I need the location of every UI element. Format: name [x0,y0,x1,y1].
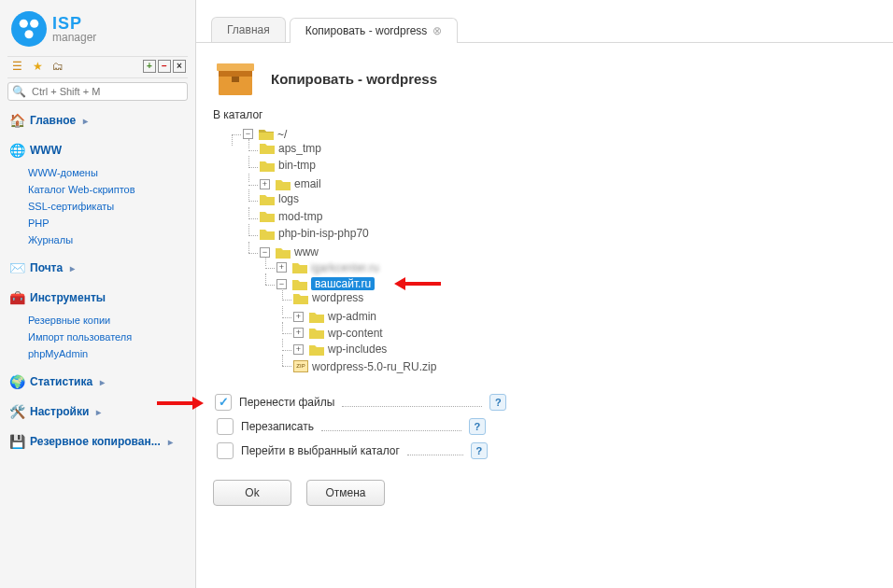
nav-main[interactable]: 🏠 Главное ▸ [7,110,188,131]
ok-button[interactable]: Ok [213,480,291,506]
label-move: Перенести файлы [239,396,334,409]
folder-icon [260,193,275,205]
tree-yoursite[interactable]: −вашсайт.ru [276,277,375,290]
tools-icon: 🧰 [9,290,24,305]
folder-icon [292,261,307,273]
tree-aps-tmp[interactable]: aps_tmp [260,142,321,155]
checkbox-overwrite[interactable] [217,418,234,435]
tree-root[interactable]: − ~/ [243,128,287,141]
svg-point-2 [24,30,33,38]
nav-mail[interactable]: ✉️ Почта ▸ [7,258,188,278]
help-icon[interactable]: ? [489,394,506,411]
expand-icon[interactable]: + [276,262,287,273]
sidebar-toolbar: ☰ ★ 🗂 + − × [7,56,188,78]
collapse-icon[interactable]: − [276,279,287,289]
search-input-wrap[interactable]: 🔍 [7,82,188,101]
collapse-icon[interactable]: − [243,129,253,139]
brand: ISP manager [7,6,188,56]
nav-stats[interactable]: 🌍 Статистика ▸ [7,371,188,392]
nav-www[interactable]: 🌐 WWW [7,140,188,161]
nav-tools-pma[interactable]: phpMyAdmin [28,345,188,362]
expand-icon[interactable]: + [293,328,304,338]
toolbar-list-icon[interactable]: ☰ [9,59,24,74]
brand-title: ISP [52,15,96,32]
toolbar-star-icon[interactable]: ★ [30,59,45,74]
checkbox-go[interactable] [217,442,234,459]
tree-www[interactable]: −www [260,245,319,259]
panel-title: Копировать - wordpress [271,71,437,87]
search-icon: 🔍 [12,85,26,98]
search-input[interactable] [30,85,183,98]
tree-site-blurred[interactable]: +igarkcenter.ru [276,261,379,274]
toolbar-expand-icon[interactable]: + [143,60,156,73]
tree-bin-tmp[interactable]: bin-tmp [260,159,316,172]
checkbox-move[interactable]: ✓ [215,394,232,411]
folder-icon [259,128,274,140]
folder-icon [293,292,308,304]
chevron-right-icon: ▸ [96,407,101,417]
folder-icon [260,210,275,222]
label-go: Перейти в выбранный каталог [241,444,400,457]
folder-icon [292,278,307,290]
cancel-button[interactable]: Отмена [306,480,385,506]
nav-backup[interactable]: 💾 Резервное копирован... ▸ [7,431,188,452]
expand-icon[interactable]: + [293,344,304,355]
tab-close-icon[interactable]: ⊗ [432,24,442,37]
folder-tree[interactable]: − ~/ aps_tmp bin-tmp +email logs mod-tmp… [226,125,876,377]
help-icon[interactable]: ? [471,442,488,459]
nav-www-domains[interactable]: WWW-домены [28,164,188,181]
annotation-arrow-icon [394,277,441,288]
tab-main[interactable]: Главная [211,17,286,42]
nav-www-ssl[interactable]: SSL-сертификаты [28,198,188,215]
settings-icon: 🛠️ [9,404,24,419]
collapse-icon[interactable]: − [260,247,270,258]
tree-email[interactable]: +email [260,177,321,190]
nav-www-logs[interactable]: Журналы [28,231,188,248]
folder-icon [260,160,275,172]
svg-rect-7 [217,63,254,71]
home-icon: 🏠 [9,113,24,128]
expand-icon[interactable]: + [260,179,270,189]
tree-wp-admin[interactable]: +wp-admin [293,310,376,323]
nav-tools[interactable]: 🧰 Инструменты [7,287,188,308]
tree-wp-includes[interactable]: +wp-includes [293,343,387,356]
toolbar-collapse-icon[interactable]: − [158,60,171,73]
folder-icon [309,311,324,323]
brand-logo-icon [11,11,47,47]
chevron-right-icon: ▸ [168,437,173,447]
brand-subtitle: manager [52,32,96,43]
backup-icon: 💾 [9,434,24,449]
help-icon[interactable]: ? [469,418,486,435]
chevron-right-icon: ▸ [83,116,88,126]
tree-wp-content[interactable]: +wp-content [293,327,383,340]
chevron-right-icon: ▸ [100,377,105,387]
annotation-arrow-icon [157,397,204,408]
folder-icon [309,327,324,339]
stats-icon: 🌍 [9,374,24,389]
tree-wordpress[interactable]: wordpress [293,291,363,304]
chevron-right-icon: ▸ [70,263,75,273]
tree-wp-zip[interactable]: ZIPwordpress-5.0-ru_RU.zip [293,360,436,373]
nav-www-scripts[interactable]: Каталог Web-скриптов [28,181,188,198]
globe-icon: 🌐 [9,143,24,158]
mail-icon: ✉️ [9,260,24,275]
folder-icon [260,142,275,154]
archive-box-icon [213,56,258,101]
tree-php-bin[interactable]: php-bin-isp-php70 [260,227,369,240]
zip-icon: ZIP [293,360,308,372]
toolbar-close-icon[interactable]: × [173,60,186,73]
folder-icon [276,178,291,190]
nav-tools-import[interactable]: Импорт пользователя [28,329,188,345]
nav-www-php[interactable]: PHP [28,215,188,231]
folder-icon [276,246,291,259]
svg-rect-6 [232,77,239,82]
expand-icon[interactable]: + [293,312,304,322]
tree-logs[interactable]: logs [260,192,299,205]
label-overwrite: Перезаписать [241,420,314,433]
folder-icon [260,228,275,240]
toolbar-briefcase-icon[interactable]: 🗂 [50,59,65,74]
catalog-label: В каталог [213,108,876,121]
tree-mod-tmp[interactable]: mod-tmp [260,210,322,223]
tab-copy-wordpress[interactable]: Копировать - wordpress ⊗ [290,18,459,43]
nav-tools-backup[interactable]: Резервные копии [28,312,188,329]
